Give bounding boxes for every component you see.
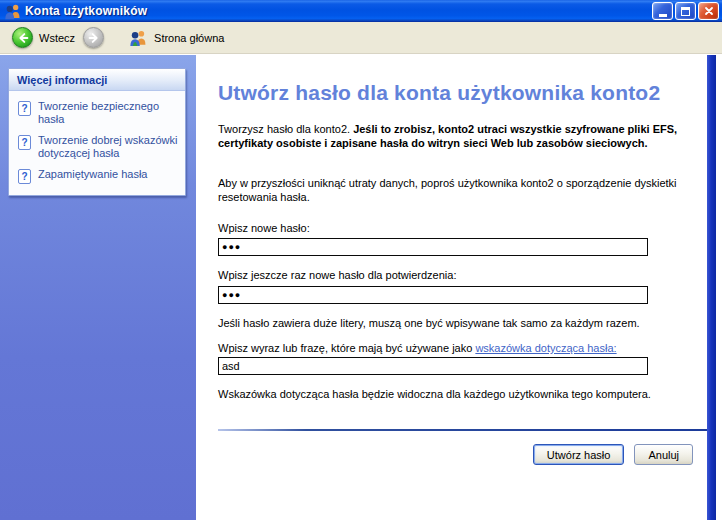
hint-label: Wpisz wyraz lub frazę, które mają być uż… [218,342,722,356]
footer-divider [218,429,707,431]
back-button[interactable]: Wstecz [8,25,79,50]
sidebar-link-label: Tworzenie bezpiecznego hasła [38,100,179,125]
user-accounts-icon [4,3,21,20]
forward-button[interactable] [79,25,108,50]
back-icon [12,27,33,48]
more-info-links: ? Tworzenie bezpiecznego hasła ? Tworzen… [9,91,185,195]
intro-normal-text: Tworzysz hasło dla konto2. [218,123,353,135]
new-password-input[interactable] [218,238,648,256]
home-label: Strona główna [154,32,224,44]
sidebar-link-label: Zapamiętywanie hasła [38,168,147,181]
password-hint-input[interactable] [218,357,648,375]
close-button[interactable] [698,2,719,20]
intro-paragraph: Tworzysz hasło dla konto2. Jeśli to zrob… [218,123,718,150]
maximize-button[interactable] [675,2,696,20]
main-content: Utwórz hasło dla konta użytkownika konto… [196,55,707,520]
reset-disk-advice: Aby w przyszłości uniknąć utraty danych,… [218,177,718,204]
more-info-panel: Więcej informacji ? Tworzenie bezpieczne… [8,68,186,196]
more-info-header: Więcej informacji [9,69,185,91]
window-title: Konta użytkowników [25,4,652,18]
sidebar-link-good-hint[interactable]: ? Tworzenie dobrej wskazówki dotyczącej … [18,134,179,159]
back-label: Wstecz [39,32,75,44]
user-accounts-window: Konta użytkowników Wstecz [0,0,722,520]
maximize-icon [681,7,690,16]
case-sensitivity-note: Jeśli hasło zawiera duże litery, muszą o… [218,317,718,331]
minimize-button[interactable] [652,2,673,20]
titlebar[interactable]: Konta użytkowników [0,0,722,22]
button-row: Utwórz hasło Anuluj [533,444,693,465]
forward-icon [83,27,104,48]
password-hint-link[interactable]: wskazówka dotycząca hasła: [475,342,616,354]
cancel-button[interactable]: Anuluj [634,444,693,465]
create-password-button[interactable]: Utwórz hasło [533,444,625,465]
confirm-password-input[interactable] [218,286,648,304]
help-icon: ? [18,101,31,116]
help-icon: ? [18,135,31,150]
navigation-toolbar: Wstecz Strona główna [0,22,722,54]
sidebar: Więcej informacji ? Tworzenie bezpieczne… [0,55,196,520]
right-border-strip [707,55,716,520]
page-title: Utwórz hasło dla konta użytkownika konto… [218,81,698,105]
minimize-icon [659,14,667,17]
home-users-icon [128,29,148,47]
help-icon: ? [18,169,31,184]
confirm-password-label: Wpisz jeszcze raz nowe hasło dla potwier… [218,269,456,281]
sidebar-link-secure-password[interactable]: ? Tworzenie bezpiecznego hasła [18,100,179,125]
hint-visibility-note: Wskazówka dotycząca hasła będzie widoczn… [218,388,718,402]
close-icon [704,6,714,16]
hint-label-prefix: Wpisz wyraz lub frazę, które mają być uż… [218,342,475,354]
new-password-label: Wpisz nowe hasło: [218,222,310,234]
home-button[interactable]: Strona główna [124,27,228,49]
sidebar-link-label: Tworzenie dobrej wskazówki dotyczącej ha… [38,134,179,159]
sidebar-link-remember-password[interactable]: ? Zapamiętywanie hasła [18,168,179,184]
